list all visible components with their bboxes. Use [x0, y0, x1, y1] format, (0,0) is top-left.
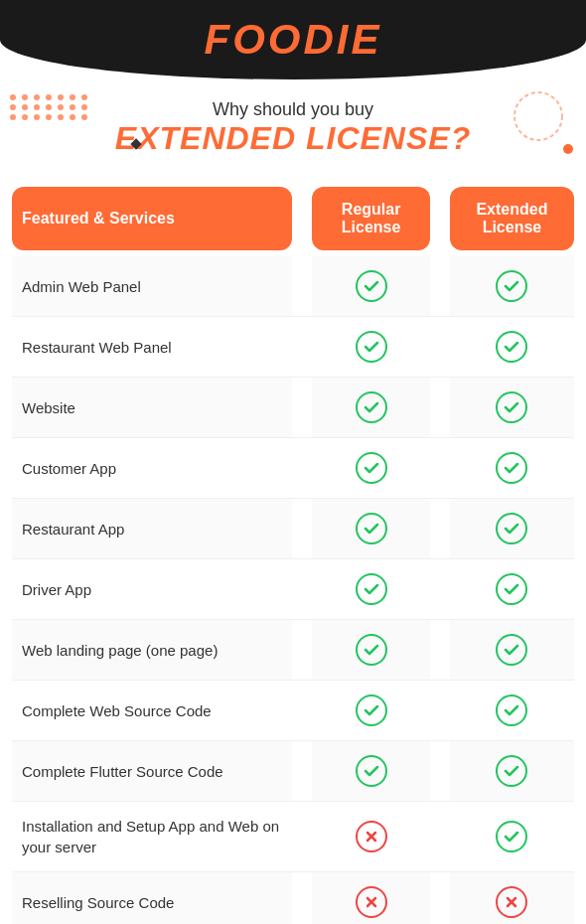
check-icon — [496, 755, 527, 787]
check-icon — [356, 391, 387, 423]
regular-check-cell — [312, 741, 430, 802]
table-row: Restaurant App — [12, 499, 574, 559]
check-icon — [356, 573, 387, 605]
extended-check-cell — [450, 802, 574, 872]
decorative-diamond — [129, 137, 143, 155]
decorative-dots — [10, 94, 79, 134]
check-icon — [496, 452, 527, 484]
check-icon — [496, 634, 527, 666]
regular-check-cell — [312, 256, 430, 317]
regular-check-cell — [312, 378, 430, 438]
table-row: Customer App — [12, 438, 574, 499]
table-header-row: Featured & Services Regular License Exte… — [12, 187, 574, 250]
check-icon — [356, 270, 387, 302]
feature-cell: Customer App — [12, 438, 292, 499]
why-text: Why should you buy — [10, 99, 576, 120]
extended-check-cell — [450, 741, 574, 802]
svg-point-0 — [514, 92, 562, 140]
feature-cell: Reselling Source Code — [12, 872, 292, 924]
feature-cell: Website — [12, 378, 292, 438]
decorative-dot-bottom — [562, 141, 574, 159]
col-header-regular: Regular License — [312, 187, 430, 250]
extended-check-cell — [450, 559, 574, 620]
regular-check-cell — [312, 681, 430, 741]
feature-cell: Restaurant Web Panel — [12, 317, 292, 378]
regular-check-cell — [312, 872, 430, 924]
table-row: Web landing page (one page) — [12, 620, 574, 681]
cross-icon — [496, 886, 527, 918]
comparison-table: Featured & Services Regular License Exte… — [12, 187, 574, 924]
extended-check-cell — [450, 378, 574, 438]
check-icon — [356, 694, 387, 726]
check-icon — [496, 513, 527, 544]
regular-check-cell — [312, 438, 430, 499]
feature-cell: Complete Flutter Source Code — [12, 741, 292, 802]
feature-cell: Driver App — [12, 559, 292, 620]
license-heading: EXTENDED LICENSE? — [10, 120, 576, 157]
table-row: Website — [12, 378, 574, 438]
table-row: Complete Web Source Code — [12, 681, 574, 741]
check-icon — [496, 391, 527, 423]
col-header-extended: Extended License — [450, 187, 574, 250]
check-icon — [496, 694, 527, 726]
feature-cell: Web landing page (one page) — [12, 620, 292, 681]
table-row: Complete Flutter Source Code — [12, 741, 574, 802]
regular-check-cell — [312, 559, 430, 620]
extended-check-cell — [450, 872, 574, 924]
cross-icon — [356, 821, 387, 852]
feature-cell: Installation and Setup App and Web on yo… — [12, 802, 292, 872]
cross-icon — [356, 886, 387, 918]
check-icon — [496, 270, 527, 302]
feature-cell: Complete Web Source Code — [12, 681, 292, 741]
svg-point-2 — [563, 144, 573, 154]
check-icon — [356, 513, 387, 544]
feature-cell: Restaurant App — [12, 499, 292, 559]
check-icon — [496, 821, 527, 852]
table-row: Driver App — [12, 559, 574, 620]
feature-cell: Admin Web Panel — [12, 256, 292, 317]
extended-check-cell — [450, 317, 574, 378]
comparison-table-container: Featured & Services Regular License Exte… — [0, 187, 586, 924]
regular-check-cell — [312, 499, 430, 559]
table-row: Restaurant Web Panel — [12, 317, 574, 378]
extended-check-cell — [450, 499, 574, 559]
regular-check-cell — [312, 317, 430, 378]
table-row: Admin Web Panel — [12, 256, 574, 317]
extended-check-cell — [450, 681, 574, 741]
table-row: Reselling Source Code — [12, 872, 574, 924]
regular-check-cell — [312, 620, 430, 681]
extended-check-cell — [450, 438, 574, 499]
extended-check-cell — [450, 620, 574, 681]
svg-rect-1 — [130, 138, 141, 149]
decorative-circle — [512, 89, 566, 148]
check-icon — [496, 573, 527, 605]
check-icon — [356, 331, 387, 363]
regular-check-cell — [312, 802, 430, 872]
check-icon — [496, 331, 527, 363]
table-row: Installation and Setup App and Web on yo… — [12, 802, 574, 872]
extended-check-cell — [450, 256, 574, 317]
check-icon — [356, 755, 387, 787]
check-icon — [356, 634, 387, 666]
app-title: FOODIE — [204, 16, 381, 64]
check-icon — [356, 452, 387, 484]
col-header-features: Featured & Services — [12, 187, 292, 250]
